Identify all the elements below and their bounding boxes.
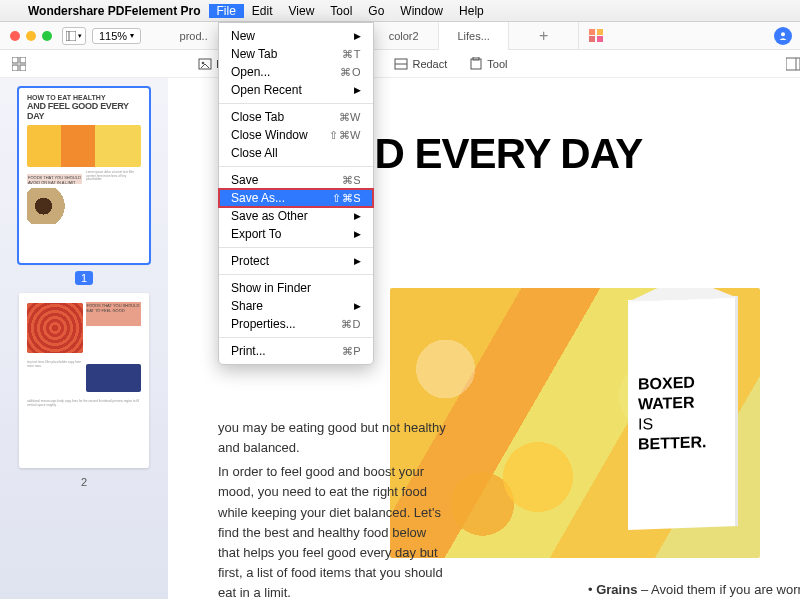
- thumbnail-sidebar: HOW TO EAT HEALTHY AND FEEL GOOD EVERY D…: [0, 78, 168, 599]
- thumb-image: [27, 303, 83, 353]
- menu-separator: [219, 247, 373, 248]
- menu-separator: [219, 103, 373, 104]
- menu-file[interactable]: File: [209, 4, 244, 18]
- user-avatar[interactable]: [774, 27, 792, 45]
- zoom-window-button[interactable]: [42, 31, 52, 41]
- page-thumbnail[interactable]: HOW TO EAT HEALTHY AND FEEL GOOD EVERY D…: [19, 88, 149, 263]
- minimize-window-button[interactable]: [26, 31, 36, 41]
- menu-item-new[interactable]: New▶: [219, 27, 373, 45]
- menu-item-show-in-finder[interactable]: Show in Finder: [219, 279, 373, 297]
- thumb-title-big: AND FEEL GOOD EVERY DAY: [27, 101, 141, 121]
- carton-graphic: BOXED WATER IS BETTER.: [628, 296, 738, 530]
- thumbnail-grid-icon[interactable]: [12, 57, 26, 71]
- menu-item-properties-[interactable]: Properties...⌘D: [219, 315, 373, 333]
- tool-redact[interactable]: Redact: [394, 57, 447, 71]
- svg-rect-4: [20, 57, 26, 63]
- thumb-title-small: HOW TO EAT HEALTHY: [27, 94, 141, 101]
- thumb-image: [27, 125, 141, 167]
- thumb-block: FOODS THAT YOU SHOULD EAT TO FEEL GOOD: [86, 302, 142, 326]
- menu-item-protect[interactable]: Protect▶: [219, 252, 373, 270]
- document-tab[interactable]: color2: [369, 22, 439, 50]
- menu-item-share[interactable]: Share▶: [219, 297, 373, 315]
- menu-item-save[interactable]: Save⌘S: [219, 171, 373, 189]
- page-thumbnail[interactable]: FOODS THAT YOU SHOULD EAT TO FEEL GOOD t…: [19, 293, 149, 468]
- menu-item-close-all[interactable]: Close All: [219, 144, 373, 162]
- menu-go[interactable]: Go: [360, 4, 392, 18]
- thumb-image: [27, 188, 82, 224]
- svg-rect-0: [66, 31, 76, 41]
- macos-menubar: Wondershare PDFelement Pro FileEditViewT…: [0, 0, 800, 22]
- svg-rect-5: [12, 65, 18, 71]
- svg-rect-3: [12, 57, 18, 63]
- svg-point-2: [781, 32, 785, 36]
- zoom-dropdown[interactable]: 115% ▾: [92, 28, 141, 44]
- thumb-image: [86, 364, 142, 392]
- svg-point-8: [202, 61, 205, 64]
- menu-separator: [219, 274, 373, 275]
- chevron-down-icon: ▾: [130, 31, 134, 40]
- new-tab-button[interactable]: +: [509, 22, 579, 50]
- sidebar-toggle-button[interactable]: ▾: [62, 27, 86, 45]
- traffic-lights: [10, 31, 52, 41]
- menu-item-open-[interactable]: Open...⌘O: [219, 63, 373, 81]
- panel-toggle-icon[interactable]: [786, 57, 800, 71]
- close-window-button[interactable]: [10, 31, 20, 41]
- menu-item-print-[interactable]: Print...⌘P: [219, 342, 373, 360]
- app-grid-icon[interactable]: [589, 29, 604, 42]
- svg-rect-6: [20, 65, 26, 71]
- menu-item-close-tab[interactable]: Close Tab⌘W: [219, 108, 373, 126]
- thumb-block: FOODS THAT YOU SHOULD AVOID OR EAT IN A …: [27, 174, 82, 184]
- menu-item-new-tab[interactable]: New Tab⌘T: [219, 45, 373, 63]
- menu-item-save-as-[interactable]: Save As...⇧⌘S: [219, 189, 373, 207]
- page-number: 2: [81, 476, 87, 488]
- document-tab[interactable]: Lifes...: [439, 22, 509, 50]
- tool-tool[interactable]: Tool: [469, 57, 507, 71]
- menu-separator: [219, 337, 373, 338]
- window-toolbar: ▾ 115% ▾ prod..Prod...color2Lifes...+: [0, 22, 800, 50]
- carton-text: BETTER.: [638, 431, 728, 454]
- menu-help[interactable]: Help: [451, 4, 492, 18]
- file-menu-dropdown: New▶New Tab⌘TOpen...⌘OOpen Recent▶Close …: [218, 22, 374, 365]
- menu-window[interactable]: Window: [392, 4, 451, 18]
- zoom-value: 115%: [99, 30, 127, 42]
- menu-item-close-window[interactable]: Close Window⇧⌘W: [219, 126, 373, 144]
- menu-item-open-recent[interactable]: Open Recent▶: [219, 81, 373, 99]
- svg-rect-16: [786, 58, 800, 70]
- menu-item-save-as-other[interactable]: Save as Other▶: [219, 207, 373, 225]
- menu-view[interactable]: View: [281, 4, 323, 18]
- edit-tools-bar: ImageLinkFormRedactTool: [0, 50, 800, 78]
- menu-tool[interactable]: Tool: [322, 4, 360, 18]
- app-name[interactable]: Wondershare PDFelement Pro: [28, 4, 201, 18]
- menu-separator: [219, 166, 373, 167]
- bullet-list: • Grains – Avoid them if you are worried…: [588, 580, 800, 599]
- body-paragraph: you may be eating good but not healthy a…: [218, 418, 448, 599]
- menu-edit[interactable]: Edit: [244, 4, 281, 18]
- page-number-badge: 1: [75, 271, 93, 285]
- menu-item-export-to[interactable]: Export To▶: [219, 225, 373, 243]
